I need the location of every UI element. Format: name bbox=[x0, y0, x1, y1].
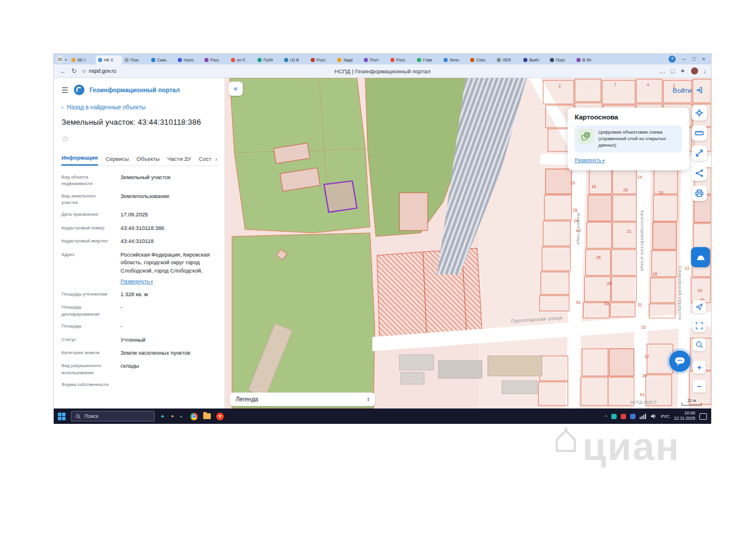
panel-tab[interactable]: Части ЗУ bbox=[167, 155, 191, 166]
selected-parcel[interactable] bbox=[324, 181, 357, 212]
chrome-icon[interactable] bbox=[190, 413, 198, 420]
extent-button[interactable] bbox=[693, 319, 706, 332]
hatched-parcels bbox=[377, 248, 482, 337]
panel-tab[interactable]: Сервисы bbox=[106, 155, 129, 166]
collapse-panel-button[interactable]: « bbox=[229, 82, 243, 96]
tab-favicon bbox=[231, 58, 235, 62]
url-field[interactable]: ◇ nspd.gov.ru bbox=[82, 68, 116, 74]
new-tab-button[interactable]: + bbox=[669, 56, 676, 63]
browser-tab[interactable]: Публ bbox=[255, 56, 282, 64]
browser-tab[interactable]: (3) В bbox=[282, 56, 308, 64]
zoom-out-button[interactable]: − bbox=[693, 380, 706, 393]
browser-tab[interactable]: Росс bbox=[388, 56, 415, 64]
expand-address-link[interactable]: Развернуть bbox=[120, 278, 153, 284]
browser-tab[interactable]: Глав bbox=[415, 56, 441, 64]
tab-favicon bbox=[284, 58, 288, 62]
dimensions-tool-button[interactable] bbox=[692, 145, 707, 161]
extensions-icon[interactable]: ✦ bbox=[680, 68, 685, 74]
attribute-label: Площадь bbox=[61, 323, 112, 330]
tab-group-chevron-icon[interactable]: ▾ bbox=[65, 57, 67, 61]
widget-sparkle-icon: ✦ bbox=[170, 414, 174, 419]
navigate-button[interactable] bbox=[693, 300, 706, 313]
tab-group-chip[interactable]: 20 bbox=[56, 56, 64, 63]
tray-app-icon[interactable] bbox=[630, 414, 636, 419]
browser-tab[interactable]: Выбс bbox=[521, 56, 548, 64]
zoom-in-button[interactable]: + bbox=[693, 361, 706, 374]
attribute-label: Кадастровый квартал bbox=[61, 238, 112, 245]
close-icon[interactable]: × bbox=[702, 56, 705, 62]
tray-app-icon[interactable] bbox=[611, 414, 617, 419]
browser-tab[interactable]: Росс bbox=[308, 56, 335, 64]
back-chevron-icon: ‹ bbox=[61, 104, 63, 111]
language-indicator[interactable]: РУС bbox=[661, 414, 670, 419]
browser-tab[interactable]: ЛЕR bbox=[494, 56, 521, 64]
attribute-label: Статус bbox=[61, 336, 112, 344]
browser-tab[interactable]: Пои: bbox=[122, 56, 149, 64]
browser-tab[interactable]: Скач bbox=[149, 56, 175, 64]
locate-tool-button[interactable] bbox=[692, 105, 707, 121]
panel-tab[interactable]: Информация bbox=[61, 154, 98, 166]
widget-sparkle-icon[interactable]: ✦ bbox=[160, 413, 165, 420]
browser-tab[interactable]: Нало bbox=[175, 56, 202, 64]
site-info-icon[interactable]: ◇ bbox=[82, 69, 86, 74]
browser-tab[interactable]: Спис bbox=[468, 56, 494, 64]
browser-tab[interactable]: ул.П bbox=[229, 56, 255, 64]
basemap-title: Картооснова bbox=[575, 114, 682, 121]
tab-title: Выбс bbox=[529, 58, 539, 62]
browser-tab[interactable]: В Яп bbox=[574, 56, 601, 64]
network-icon[interactable] bbox=[640, 414, 646, 419]
minimize-icon[interactable]: – bbox=[683, 56, 686, 62]
tab-title: Росс bbox=[396, 58, 405, 62]
taskbar-search[interactable]: Поиск bbox=[71, 411, 155, 421]
maximize-icon[interactable]: □ bbox=[692, 56, 695, 62]
url-text: nspd.gov.ru bbox=[89, 68, 116, 74]
back-to-results-link[interactable]: ‹ Назад в найденные объекты bbox=[61, 104, 219, 111]
downloads-icon[interactable]: ↓ bbox=[703, 68, 707, 74]
browser-tab[interactable]: НК Х bbox=[96, 56, 122, 64]
parcel-number: 43 bbox=[698, 288, 702, 293]
speaker-icon[interactable] bbox=[650, 413, 657, 419]
reload-icon[interactable]: ↻ bbox=[71, 68, 77, 74]
tray-expand-icon[interactable]: ^ bbox=[605, 414, 607, 419]
share-tool-button[interactable] bbox=[692, 166, 707, 181]
attribute-row: Площадь декларированная - bbox=[61, 304, 219, 317]
panel-tab[interactable]: Объекты bbox=[136, 155, 159, 166]
tabs-scroll-right-icon[interactable]: › bbox=[211, 155, 219, 166]
tab-title: Зада bbox=[343, 58, 353, 62]
attribute-value: Землепользование bbox=[120, 193, 170, 200]
tab-favicon bbox=[576, 58, 581, 62]
start-button[interactable] bbox=[58, 413, 66, 420]
yandex-browser-icon[interactable]: Y bbox=[216, 413, 224, 420]
measure-tool-button[interactable] bbox=[692, 125, 707, 141]
parcel-number: 51 bbox=[576, 300, 581, 304]
attribute-label: Форма собственности bbox=[61, 381, 112, 388]
legend-chevrons-icon: ▴▾ bbox=[367, 397, 369, 401]
legend-toggle[interactable]: Легенда ▴▾ bbox=[230, 393, 375, 406]
assistant-button[interactable] bbox=[691, 247, 710, 267]
tray-app-icon[interactable] bbox=[621, 414, 626, 419]
browser-tab[interactable]: Личн bbox=[441, 56, 468, 64]
browser-tab[interactable]: Пост bbox=[361, 56, 388, 64]
profile-avatar[interactable] bbox=[691, 67, 698, 74]
map-area: Пролетарская улицаНовая улицаКрасноармей… bbox=[225, 78, 711, 408]
panel-tab[interactable]: Соста bbox=[199, 155, 212, 166]
notification-center-icon[interactable] bbox=[699, 413, 707, 420]
favorite-star-icon[interactable]: ☆ bbox=[61, 134, 72, 144]
browser-tab[interactable]: Порт bbox=[548, 56, 574, 64]
scale-bar: 20 м bbox=[682, 398, 702, 406]
taskbar-clock[interactable]: 10:00 12.11.2025 bbox=[674, 411, 695, 421]
browser-tab[interactable]: Зада bbox=[335, 56, 361, 64]
menu-icon[interactable]: ☰ bbox=[61, 86, 69, 95]
explorer-icon[interactable] bbox=[203, 413, 211, 419]
browser-tab[interactable]: 58.7: bbox=[69, 56, 96, 64]
more-icon[interactable]: … bbox=[659, 68, 666, 74]
basemap-expand-link[interactable]: Развернуть bbox=[575, 157, 605, 163]
zoom-area-button[interactable] bbox=[693, 338, 706, 351]
back-icon[interactable]: ← bbox=[60, 68, 66, 74]
parcel-number: 33 bbox=[641, 325, 646, 329]
chat-button[interactable] bbox=[667, 348, 693, 374]
reading-list-icon[interactable]: □ bbox=[671, 68, 675, 74]
login-button[interactable]: Войти bbox=[673, 86, 703, 94]
print-tool-button[interactable] bbox=[692, 186, 707, 201]
browser-tab[interactable]: Росс bbox=[202, 56, 229, 64]
